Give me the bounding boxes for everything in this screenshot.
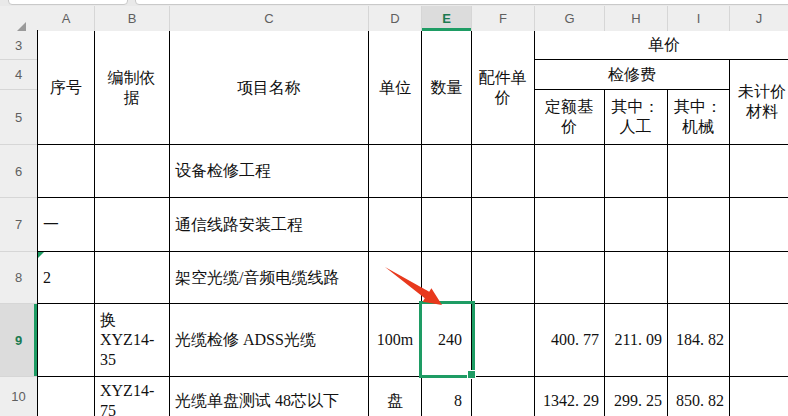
cell-J8[interactable] — [730, 252, 788, 304]
header-cell-base-price[interactable]: 定额基价 — [535, 90, 605, 145]
cell-I7[interactable] — [668, 198, 730, 252]
cell-F10[interactable] — [472, 377, 535, 416]
cell-F8[interactable] — [472, 252, 535, 304]
cell-B7[interactable] — [95, 198, 170, 252]
cell-G10[interactable]: 1342. 29 — [535, 377, 605, 416]
cell-E10[interactable]: 8 — [422, 377, 472, 416]
row-header-8[interactable]: 8 — [0, 252, 37, 304]
cell-A8[interactable]: 2 — [38, 252, 95, 304]
cell-A8-value: 2 — [43, 268, 51, 288]
cell-C8[interactable]: 架空光缆/音频电缆线路 — [170, 252, 369, 304]
cell-F9[interactable] — [472, 304, 535, 377]
cell-D8[interactable] — [369, 252, 422, 304]
cell-A9[interactable] — [38, 304, 95, 377]
cell-F6[interactable] — [472, 145, 535, 198]
cell-I6[interactable] — [668, 145, 730, 198]
row-header-4[interactable]: 4 — [0, 60, 37, 90]
cell-I10[interactable]: 850. 82 — [668, 377, 730, 416]
worksheet-grid: 序号 编制依据 项目名称 单位 数量 配件单价 单价 检修费 未计价材料 定额基… — [37, 30, 788, 416]
name-box[interactable] — [8, 0, 128, 5]
header-cell-unpriced-material[interactable]: 未计价材料 — [730, 60, 788, 145]
fill-handle[interactable] — [467, 370, 476, 379]
row-header-10[interactable]: 10 — [0, 377, 37, 416]
header-cell-unit[interactable]: 单位 — [369, 31, 422, 145]
cell-E9-selected[interactable]: 240 — [422, 304, 472, 377]
column-header-d[interactable]: D — [369, 6, 422, 31]
row-header-3[interactable]: 3 — [0, 31, 37, 60]
cell-H7[interactable] — [605, 198, 668, 252]
header-cell-machinery[interactable]: 其中：机械 — [668, 90, 730, 145]
header-cell-quantity[interactable]: 数量 — [422, 31, 472, 145]
cell-G6[interactable] — [535, 145, 605, 198]
column-header-e-label: E — [442, 11, 451, 26]
cell-H10[interactable]: 299. 25 — [605, 377, 668, 416]
cell-A10[interactable] — [38, 377, 95, 416]
cell-E6[interactable] — [422, 145, 472, 198]
row-selection-bar — [34, 304, 37, 376]
cell-J6[interactable] — [730, 145, 788, 198]
cell-C7[interactable]: 通信线路安装工程 — [170, 198, 369, 252]
cell-C10[interactable]: 光缆单盘测试 48芯以下 — [170, 377, 369, 416]
row-header-6[interactable]: 6 — [0, 145, 37, 198]
cell-H6[interactable] — [605, 145, 668, 198]
cell-A7[interactable]: 一 — [38, 198, 95, 252]
header-cell-repair-fee[interactable]: 检修费 — [535, 60, 730, 90]
header-cell-unit-price[interactable]: 单价 — [535, 31, 788, 60]
cell-D9[interactable]: 100m — [369, 304, 422, 377]
cell-H8[interactable] — [605, 252, 668, 304]
header-cell-item-name[interactable]: 项目名称 — [170, 31, 369, 145]
error-indicator-triangle-icon — [38, 252, 44, 258]
cell-D10[interactable]: 盘 — [369, 377, 422, 416]
spreadsheet-screenshot: { "colors": { "selection_green": "#1E9C6… — [0, 0, 788, 416]
column-selection-bar — [422, 28, 471, 31]
cell-I8[interactable] — [668, 252, 730, 304]
cell-B8[interactable] — [95, 252, 170, 304]
cell-D6[interactable] — [369, 145, 422, 198]
cell-G7[interactable] — [535, 198, 605, 252]
cell-I9[interactable]: 184. 82 — [668, 304, 730, 377]
cell-B9[interactable]: 换 XYZ14- 35 — [95, 304, 170, 377]
cell-C6[interactable]: 设备检修工程 — [170, 145, 369, 198]
column-header-a[interactable]: A — [38, 6, 95, 31]
header-cell-serial-no[interactable]: 序号 — [38, 31, 95, 145]
column-header-f[interactable]: F — [472, 6, 535, 31]
column-header-j[interactable]: J — [730, 6, 788, 31]
column-header-e-selected[interactable]: E — [422, 6, 472, 31]
cell-B10[interactable]: XYZ14- 75 — [95, 377, 170, 416]
cell-B6[interactable] — [95, 145, 170, 198]
cell-E8[interactable] — [422, 252, 472, 304]
column-header-g[interactable]: G — [535, 6, 605, 31]
row-header-5[interactable]: 5 — [0, 90, 37, 145]
header-cell-labor[interactable]: 其中：人工 — [605, 90, 668, 145]
column-header-b[interactable]: B — [95, 6, 170, 31]
column-header-c[interactable]: C — [170, 6, 369, 31]
row-header-7[interactable]: 7 — [0, 198, 37, 252]
cell-A6[interactable] — [38, 145, 95, 198]
cell-D7[interactable] — [369, 198, 422, 252]
row-header-9-selected[interactable]: 9 — [0, 304, 37, 377]
cell-F7[interactable] — [472, 198, 535, 252]
column-header-h[interactable]: H — [605, 6, 668, 31]
cell-C9[interactable]: 光缆检修 ADSS光缆 — [170, 304, 369, 377]
cell-G9[interactable]: 400. 77 — [535, 304, 605, 377]
cell-J7[interactable] — [730, 198, 788, 252]
cell-G8[interactable] — [535, 252, 605, 304]
cell-H9[interactable]: 211. 09 — [605, 304, 668, 377]
header-cell-parts-unit-price[interactable]: 配件单价 — [472, 31, 535, 145]
row-header-9-label: 9 — [15, 333, 22, 348]
cell-J10[interactable] — [730, 377, 788, 416]
select-all-corner[interactable] — [0, 6, 38, 31]
cell-E7[interactable] — [422, 198, 472, 252]
column-header-i[interactable]: I — [668, 6, 730, 31]
formula-bar[interactable] — [135, 0, 788, 5]
cell-J9[interactable] — [730, 304, 788, 377]
header-cell-basis[interactable]: 编制依据 — [95, 31, 170, 145]
